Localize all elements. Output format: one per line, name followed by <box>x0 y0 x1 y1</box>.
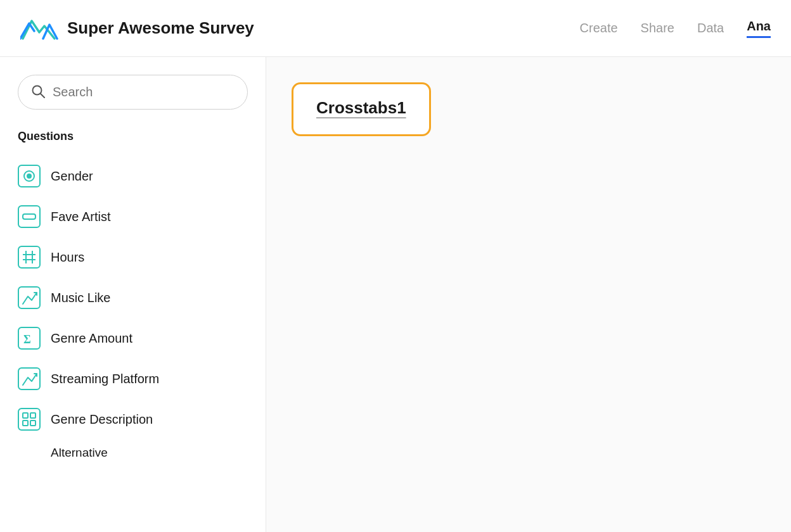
main-nav: Create Share Data Ana <box>580 19 771 38</box>
sidebar-item-genre-amount-label: Genre Amount <box>51 331 132 346</box>
sidebar-item-streaming-platform[interactable]: Streaming Platform <box>18 358 248 399</box>
search-icon <box>31 84 45 100</box>
grid-icon <box>18 408 41 431</box>
sigma-icon: Σ <box>18 327 41 350</box>
nav-create[interactable]: Create <box>580 21 618 35</box>
sidebar-item-genre-description-label: Genre Description <box>51 412 153 427</box>
svg-point-4 <box>27 174 32 179</box>
text-icon <box>18 205 41 228</box>
app-title: Super Awesome Survey <box>67 18 254 38</box>
sidebar-item-fave-artist[interactable]: Fave Artist <box>18 196 248 237</box>
crosstabs-card[interactable]: Crosstabs1 <box>292 82 431 136</box>
sidebar-item-music-like-label: Music Like <box>51 291 110 305</box>
sidebar-item-genre-amount[interactable]: Σ Genre Amount <box>18 318 248 358</box>
svg-line-1 <box>41 94 44 98</box>
content-area: Crosstabs1 <box>266 57 791 532</box>
sidebar-item-hours[interactable]: Hours <box>18 237 248 277</box>
svg-text:Σ: Σ <box>23 333 31 346</box>
svg-rect-20 <box>30 421 35 426</box>
sidebar-item-streaming-platform-label: Streaming Platform <box>51 372 159 386</box>
sidebar-item-gender[interactable]: Gender <box>18 156 248 196</box>
svg-rect-6 <box>23 214 35 219</box>
svg-rect-7 <box>18 246 40 268</box>
sidebar-item-hours-label: Hours <box>51 250 84 265</box>
main-layout: Questions Gender Fave Artist <box>0 57 791 532</box>
chart-line-icon <box>18 367 41 390</box>
search-input[interactable] <box>53 85 235 99</box>
svg-rect-16 <box>18 408 40 430</box>
svg-rect-18 <box>30 413 35 418</box>
app-header: Super Awesome Survey Create Share Data A… <box>0 0 791 57</box>
nav-data[interactable]: Data <box>697 21 724 35</box>
sidebar-sub-item-alternative[interactable]: Alternative <box>18 440 248 466</box>
logo-icon <box>20 15 58 42</box>
svg-rect-17 <box>23 413 28 418</box>
sidebar: Questions Gender Fave Artist <box>0 57 266 532</box>
crosstabs-title: Crosstabs1 <box>316 98 406 117</box>
svg-rect-19 <box>23 421 28 426</box>
svg-rect-5 <box>18 206 40 227</box>
radio-icon <box>18 165 41 187</box>
logo-area: Super Awesome Survey <box>20 15 580 42</box>
sidebar-item-fave-artist-label: Fave Artist <box>51 210 110 224</box>
hash-icon <box>18 246 41 269</box>
nav-share[interactable]: Share <box>641 21 674 35</box>
nav-ana[interactable]: Ana <box>747 19 771 38</box>
questions-section-label: Questions <box>18 130 248 143</box>
sidebar-sub-item-alternative-label: Alternative <box>51 446 108 459</box>
search-box[interactable] <box>18 75 248 110</box>
sidebar-item-gender-label: Gender <box>51 169 93 184</box>
chart-bar-icon <box>18 286 41 309</box>
sidebar-item-genre-description[interactable]: Genre Description <box>18 399 248 440</box>
sidebar-item-music-like[interactable]: Music Like <box>18 277 248 318</box>
